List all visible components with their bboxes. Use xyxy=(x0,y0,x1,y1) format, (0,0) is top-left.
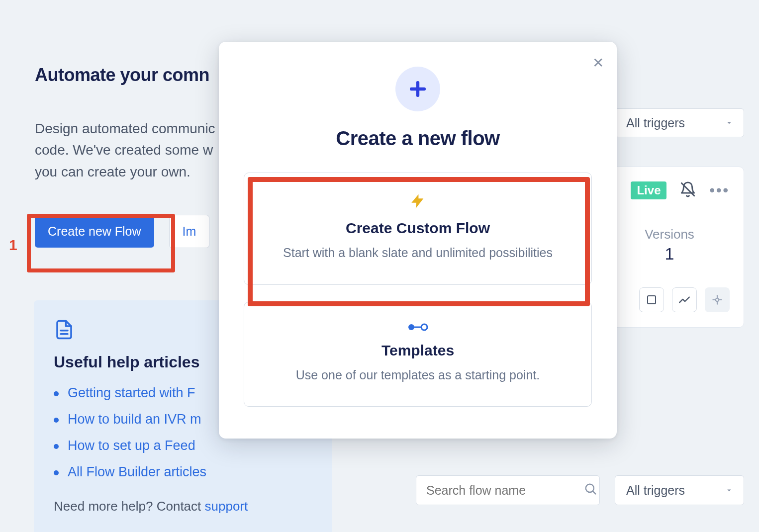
create-flow-modal: ✕ Create a new flow Create Custom Flow S… xyxy=(219,42,617,439)
help-link[interactable]: All Flow Builder articles xyxy=(68,464,206,480)
chevron-down-icon xyxy=(725,483,734,498)
svg-point-4 xyxy=(716,298,719,302)
dropdown-value: All triggers xyxy=(626,483,685,498)
search-flow-input[interactable] xyxy=(426,483,583,498)
close-modal-button[interactable]: ✕ xyxy=(592,55,604,71)
svg-line-10 xyxy=(593,491,595,494)
document-icon xyxy=(54,333,75,342)
close-icon: ✕ xyxy=(592,55,604,71)
create-new-flow-button[interactable]: Create new Flow xyxy=(35,215,154,248)
search-icon xyxy=(583,482,597,499)
help-more-label: Need more help? Contact xyxy=(54,499,205,514)
flow-card-header: Live ••• xyxy=(609,181,730,200)
help-link[interactable]: How to set up a Feed xyxy=(68,438,195,453)
create-custom-flow-card[interactable]: Create Custom Flow Start with a blank sl… xyxy=(244,173,592,285)
svg-rect-3 xyxy=(648,296,656,304)
flow-action-button[interactable] xyxy=(639,287,664,312)
help-link-item: All Flow Builder articles xyxy=(54,464,312,480)
more-menu-button[interactable]: ••• xyxy=(709,182,730,199)
template-icon xyxy=(274,322,562,332)
triggers-filter-dropdown-bottom[interactable]: All triggers xyxy=(615,475,744,505)
svg-point-9 xyxy=(586,484,594,492)
help-more-text: Need more help? Contact support xyxy=(54,499,312,514)
svg-point-15 xyxy=(421,324,427,330)
plus-circle-icon xyxy=(395,67,440,111)
help-link-item: How to set up a Feed xyxy=(54,438,312,453)
lightning-icon xyxy=(274,193,562,210)
support-link[interactable]: support xyxy=(205,499,248,514)
analytics-button[interactable] xyxy=(672,287,697,312)
bullet-icon xyxy=(54,444,59,449)
option-description: Start with a blank slate and unlimited p… xyxy=(274,244,562,263)
page-root: Automate your comn Design automated comm… xyxy=(0,0,759,532)
svg-point-13 xyxy=(408,324,414,330)
bullet-icon xyxy=(54,391,59,396)
modal-title: Create a new flow xyxy=(336,127,499,150)
bullet-icon xyxy=(54,470,59,475)
import-flow-button[interactable]: Im xyxy=(169,215,210,248)
modal-header: Create a new flow xyxy=(244,67,592,150)
search-flow-input-wrapper[interactable] xyxy=(416,475,600,505)
option-title: Templates xyxy=(274,342,562,359)
annotation-number-1: 1 xyxy=(9,237,17,254)
help-link[interactable]: How to build an IVR m xyxy=(68,412,201,427)
triggers-filter-dropdown[interactable]: All triggers xyxy=(615,108,744,137)
help-link[interactable]: Getting started with F xyxy=(68,385,195,401)
bullet-icon xyxy=(54,418,59,423)
flow-card-actions xyxy=(609,287,730,312)
option-description: Use one of our templates as a starting p… xyxy=(274,366,562,385)
chevron-down-icon xyxy=(725,116,734,130)
flow-card: Live ••• Versions 1 xyxy=(595,167,744,328)
dropdown-value: All triggers xyxy=(626,116,685,130)
versions-value: 1 xyxy=(609,244,730,264)
templates-card[interactable]: Templates Use one of our templates as a … xyxy=(244,302,592,407)
versions-label: Versions xyxy=(609,227,730,242)
bell-off-icon[interactable] xyxy=(679,181,696,200)
option-title: Create Custom Flow xyxy=(274,220,562,237)
expand-button[interactable] xyxy=(705,287,730,312)
live-badge: Live xyxy=(631,181,666,199)
